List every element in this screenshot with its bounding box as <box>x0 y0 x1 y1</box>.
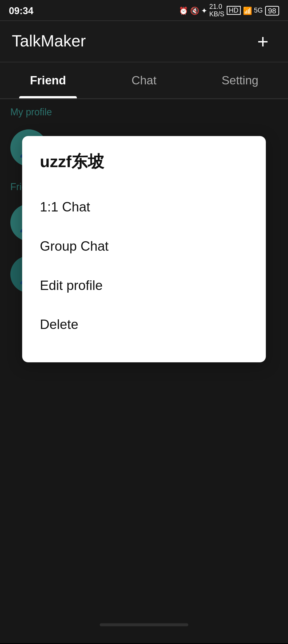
status-icons: ⏰ 🔇 ✦ 21.0KB/S HD 📶 5G 98 <box>179 3 279 18</box>
status-time: 09:34 <box>9 5 33 16</box>
battery-icon: 98 <box>265 6 279 15</box>
menu-item-one-on-one-chat[interactable]: 1:1 Chat <box>40 188 248 227</box>
status-bar: 09:34 ⏰ 🔇 ✦ 21.0KB/S HD 📶 5G 98 <box>0 0 288 21</box>
mute-icon: 🔇 <box>190 6 199 14</box>
menu-item-edit-profile[interactable]: Edit profile <box>40 266 248 305</box>
add-button[interactable]: + <box>250 28 276 55</box>
menu-item-group-chat[interactable]: Group Chat <box>40 227 248 266</box>
hd-icon: HD <box>227 6 241 15</box>
alarm-icon: ⏰ <box>179 6 188 14</box>
menu-user-name: uzzf东坡 <box>40 151 248 173</box>
tab-chat[interactable]: Chat <box>96 62 192 99</box>
wifi-icon: 📶 <box>243 6 252 14</box>
app-title: TalkMaker <box>12 32 86 51</box>
tab-bar: Friend Chat Setting <box>0 62 288 99</box>
context-menu: uzzf东坡 1:1 Chat Group Chat Edit profile … <box>22 136 266 362</box>
app-header: TalkMaker + <box>0 21 288 62</box>
add-icon: + <box>257 30 269 53</box>
tab-setting[interactable]: Setting <box>192 62 288 99</box>
main-content: My profile 👤 Set as 'ME' in friends. (Ed… <box>0 99 288 643</box>
tab-chat-label: Chat <box>131 74 157 87</box>
bluetooth-icon: ✦ <box>201 6 207 14</box>
menu-item-delete[interactable]: Delete <box>40 305 248 345</box>
tab-friend-label: Friend <box>30 74 66 87</box>
tab-friend[interactable]: Friend <box>0 62 96 99</box>
signal-icon: 5G <box>254 7 263 14</box>
tab-setting-label: Setting <box>222 74 258 87</box>
speed-label: 21.0KB/S <box>209 3 225 18</box>
